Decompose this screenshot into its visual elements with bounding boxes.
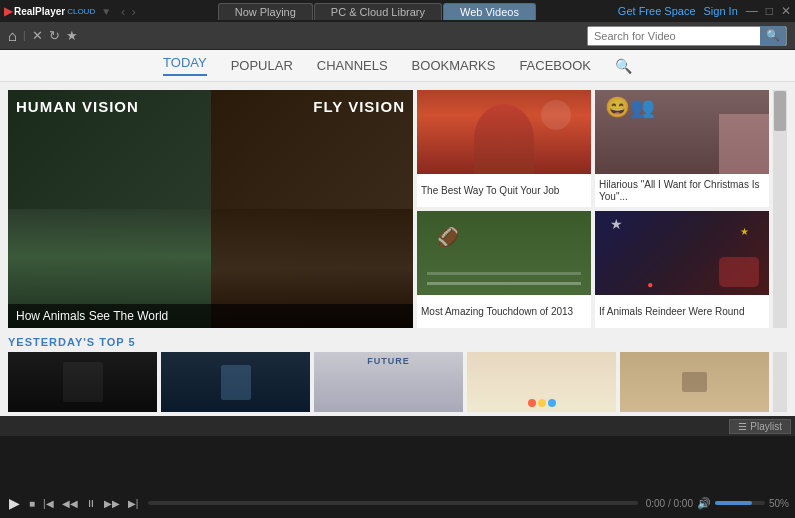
video-grid: HUMAN VISION FLY VISION: [0, 82, 795, 332]
human-vision-text: HUMAN VISION: [16, 98, 139, 115]
logo-area: ▶ RealPlayer CLOUD: [4, 5, 95, 18]
tab-now-playing[interactable]: Now Playing: [218, 3, 313, 20]
yesterday-section: YESTERDAY'S TOP 5 FUTURE: [0, 332, 795, 416]
time-display: 0:00 / 0:00: [646, 498, 693, 509]
logo-text: RealPlayer: [14, 6, 65, 17]
home-button[interactable]: ⌂: [8, 27, 17, 44]
progress-bar[interactable]: [148, 501, 637, 505]
tab-bar: Now Playing PC & Cloud Library Web Video…: [136, 3, 618, 20]
get-free-space-link[interactable]: Get Free Space: [618, 5, 696, 17]
playlist-row: ☰ Playlist: [0, 416, 795, 436]
featured-top: HUMAN VISION FLY VISION: [8, 90, 413, 209]
video-thumb-touchdown[interactable]: 🏈 Most Amazing Touchdown of 2013: [417, 211, 591, 328]
tab-pc-cloud[interactable]: PC & Cloud Library: [314, 3, 442, 20]
yesterday-thumb-1[interactable]: [8, 352, 157, 412]
video-caption-touchdown: Most Amazing Touchdown of 2013: [417, 295, 591, 328]
toolbar-divider: |: [23, 30, 26, 41]
volume-percent: 50%: [769, 498, 789, 509]
yesterday-thumb-4[interactable]: [467, 352, 616, 412]
skip-forward-button[interactable]: ▶|: [126, 498, 141, 509]
main-content: HUMAN VISION FLY VISION: [0, 82, 795, 466]
player-bar: ▶ ■ |◀ ◀◀ ⏸ ▶▶ ▶| 0:00 / 0:00 🔊 50%: [0, 488, 795, 518]
frame-forward-button[interactable]: ▶▶: [102, 498, 122, 509]
volume-bar[interactable]: [715, 501, 765, 505]
playlist-button[interactable]: ☰ Playlist: [729, 419, 791, 434]
subnav-search-icon[interactable]: 🔍: [615, 58, 632, 74]
sign-in-link[interactable]: Sign In: [704, 5, 738, 17]
title-bar-right: Get Free Space Sign In — □ ✕: [618, 4, 791, 18]
toolbar-refresh-icon[interactable]: ↻: [49, 28, 60, 43]
toolbar: ⌂ | ✕ ↻ ★ 🔍: [0, 22, 795, 50]
yesterday-thumb-2[interactable]: [161, 352, 310, 412]
side-bottom-row: 🏈 Most Amazing Touchdown of 2013 ★ ★ ●: [417, 211, 769, 328]
fly-vision-side: FLY VISION: [211, 90, 414, 209]
side-videos: The Best Way To Quit Your Job 😄👥 Hilario…: [417, 90, 769, 328]
subnav-popular[interactable]: POPULAR: [231, 58, 293, 73]
search-bar: 🔍: [587, 26, 787, 46]
close-button[interactable]: ✕: [781, 4, 791, 18]
maximize-button[interactable]: □: [766, 4, 773, 18]
search-button[interactable]: 🔍: [760, 26, 786, 46]
minimize-button[interactable]: —: [746, 4, 758, 18]
volume-icon[interactable]: 🔊: [697, 497, 711, 510]
frame-back-button[interactable]: ◀◀: [60, 498, 80, 509]
stop-button[interactable]: ■: [27, 498, 37, 509]
pause-button[interactable]: ⏸: [84, 498, 98, 509]
app-wrapper: ▶ RealPlayer CLOUD ▼ ‹ › Now Playing PC …: [0, 0, 795, 518]
yesterday-label: YESTERDAY'S TOP 5: [8, 336, 787, 348]
skip-back-button[interactable]: |◀: [41, 498, 56, 509]
search-input[interactable]: [588, 27, 760, 45]
scrollbar-track[interactable]: [773, 90, 787, 328]
scrollbar-thumb[interactable]: [774, 91, 786, 131]
play-button[interactable]: ▶: [6, 495, 23, 511]
featured-caption: How Animals See The World: [8, 304, 413, 328]
video-thumb-christmas[interactable]: 😄👥 Hilarious "All I Want for Christmas I…: [595, 90, 769, 207]
sub-nav: TODAY POPULAR CHANNELS BOOKMARKS FACEBOO…: [0, 50, 795, 82]
toolbar-star-icon[interactable]: ★: [66, 28, 78, 43]
title-bar: ▶ RealPlayer CLOUD ▼ ‹ › Now Playing PC …: [0, 0, 795, 22]
volume-fill: [715, 501, 753, 505]
logo-cloud: CLOUD: [67, 7, 95, 16]
subnav-facebook[interactable]: FACEBOOK: [519, 58, 591, 73]
video-caption-reindeer: If Animals Reindeer Were Round: [595, 295, 769, 328]
yesterday-thumb-5[interactable]: [620, 352, 769, 412]
dropdown-icon[interactable]: ▼: [101, 6, 111, 17]
logo-icon: ▶: [4, 5, 12, 18]
video-thumb-quit[interactable]: The Best Way To Quit Your Job: [417, 90, 591, 207]
yesterday-thumbs: FUTURE: [8, 352, 787, 412]
subnav-today[interactable]: TODAY: [163, 55, 207, 76]
playlist-label: Playlist: [750, 421, 782, 432]
subnav-bookmarks[interactable]: BOOKMARKS: [412, 58, 496, 73]
video-thumb-reindeer[interactable]: ★ ★ ● If Animals Reindeer Were Round: [595, 211, 769, 328]
side-top-row: The Best Way To Quit Your Job 😄👥 Hilario…: [417, 90, 769, 207]
video-caption-quit: The Best Way To Quit Your Job: [417, 174, 591, 207]
tab-web-videos[interactable]: Web Videos: [443, 3, 536, 20]
toolbar-close-icon[interactable]: ✕: [32, 28, 43, 43]
video-caption-christmas: Hilarious "All I Want for Christmas Is Y…: [595, 174, 769, 207]
title-bar-left: ▶ RealPlayer CLOUD ▼ ‹ ›: [4, 4, 136, 19]
scrollbar-track-yesterday[interactable]: [773, 352, 787, 412]
featured-video[interactable]: HUMAN VISION FLY VISION: [8, 90, 413, 328]
fly-vision-text: FLY VISION: [313, 98, 405, 115]
yesterday-thumb-3[interactable]: FUTURE: [314, 352, 463, 412]
back-arrow[interactable]: ‹: [121, 4, 125, 19]
human-vision-side: HUMAN VISION: [8, 90, 211, 209]
subnav-channels[interactable]: CHANNELS: [317, 58, 388, 73]
playlist-icon: ☰: [738, 421, 747, 432]
